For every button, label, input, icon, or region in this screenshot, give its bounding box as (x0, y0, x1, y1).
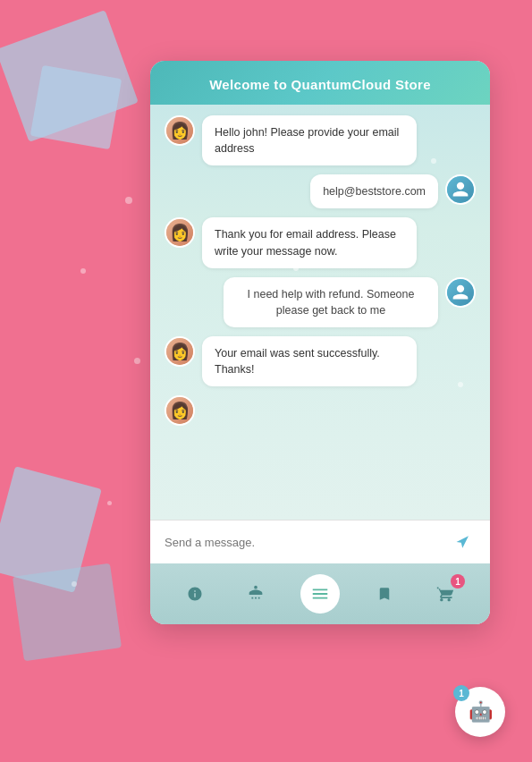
message-row-4: I need help with refund. Someone please … (165, 277, 476, 327)
bot-face-2: 👩 (166, 219, 193, 246)
robot-icon: 🤖 (469, 700, 493, 724)
decor-dot-5 (72, 581, 77, 587)
message-row-3: 👩 Thank you for email address. Please wr… (165, 217, 476, 267)
chat-title: Welcome to QuantumCloud Store (168, 77, 472, 92)
nav-bookmark-button[interactable] (368, 578, 401, 610)
bot-avatar-3: 👩 (165, 336, 195, 367)
user-avatar-1 (445, 174, 476, 205)
messages-area: 👩 Hello john! Please provide your email … (150, 105, 490, 520)
nav-menu-button[interactable] (300, 574, 340, 614)
decor-paper-2 (30, 65, 122, 149)
decor-paper-1 (0, 10, 139, 142)
message-row-2: help@beststore.com (165, 174, 476, 208)
typing-row: 👩 (165, 395, 476, 426)
user-avatar-2 (445, 277, 476, 308)
user-icon-2 (447, 279, 474, 306)
message-text-3: Thank you for email address. Please writ… (215, 228, 396, 257)
message-bubble-1: Hello john! Please provide your email ad… (202, 115, 417, 165)
message-bubble-3: Thank you for email address. Please writ… (202, 217, 417, 267)
message-text-5: Your email was sent successfully. Thanks… (215, 347, 380, 376)
bottom-nav: 1 (150, 563, 490, 624)
decor-dot-1 (125, 197, 132, 204)
bot-face-3: 👩 (166, 338, 193, 365)
message-bubble-5: Your email was sent successfully. Thanks… (202, 336, 417, 386)
bot-avatar-1: 👩 (165, 115, 195, 146)
message-row-1: 👩 Hello john! Please provide your email … (165, 115, 476, 165)
decor-dot-4 (107, 501, 112, 505)
decor-dot-2 (80, 268, 86, 274)
chat-dot-1 (431, 158, 436, 164)
input-area (150, 520, 490, 563)
float-badge: 1 (453, 685, 469, 701)
message-input[interactable] (165, 536, 443, 549)
cart-badge: 1 (451, 574, 465, 588)
decor-paper-3 (13, 563, 122, 661)
bot-avatar-2: 👩 (165, 217, 195, 248)
chat-header: Welcome to QuantumCloud Store (150, 61, 490, 105)
message-text-2: help@beststore.com (323, 185, 426, 198)
nav-bot-button[interactable] (240, 578, 272, 610)
chat-dot-3 (458, 382, 463, 387)
nav-info-button[interactable] (179, 578, 211, 610)
bot-face-4: 👩 (166, 397, 193, 424)
decor-dot-3 (134, 358, 140, 364)
send-button[interactable] (451, 529, 476, 555)
message-text-4: I need help with refund. Someone please … (248, 288, 415, 317)
message-text-1: Hello john! Please provide your email ad… (215, 126, 399, 155)
chat-dot-2 (293, 266, 299, 271)
chat-widget: Welcome to QuantumCloud Store 👩 Hello jo… (150, 61, 490, 624)
message-bubble-4: I need help with refund. Someone please … (224, 277, 438, 327)
nav-cart-button[interactable]: 1 (429, 578, 461, 610)
message-row-5: 👩 Your email was sent successfully. Than… (165, 336, 476, 386)
float-widget-button[interactable]: 1 🤖 (455, 687, 505, 737)
user-icon-1 (447, 176, 474, 203)
decor-paper-4 (0, 466, 102, 593)
message-bubble-2: help@beststore.com (310, 174, 438, 208)
bot-face-1: 👩 (166, 117, 193, 144)
bot-avatar-4: 👩 (165, 395, 195, 426)
